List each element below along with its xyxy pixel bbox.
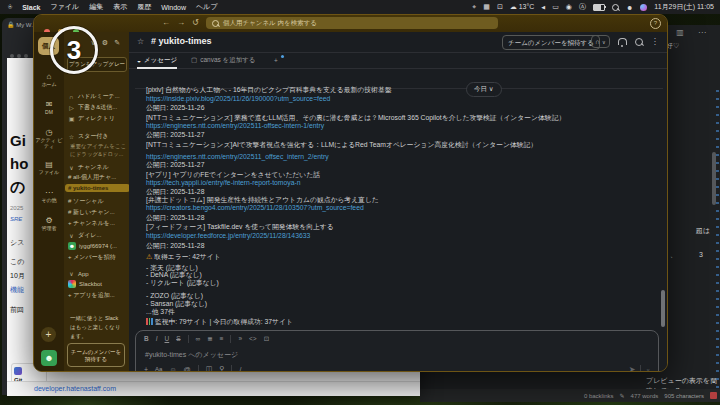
user-avatar[interactable]: ☻	[41, 350, 57, 366]
bold-icon[interactable]: B	[144, 335, 149, 343]
channel-name[interactable]: # yukito-times	[151, 36, 212, 46]
article-tag-link[interactable]: SRE	[10, 216, 22, 222]
history-nav[interactable]: ←→↺	[162, 18, 206, 27]
rail-item-admin[interactable]: ⚙管理者	[34, 216, 64, 231]
date-divider-pill[interactable]: 今日 ∨	[466, 82, 502, 97]
channels-section-header[interactable]: ∨チャンネル	[68, 163, 128, 172]
message-link[interactable]: https://engineers.ntt.com/entry/202511-o…	[146, 122, 324, 129]
screen-record-icon[interactable]: ◉	[566, 3, 572, 11]
video-icon[interactable]: ◫	[206, 365, 213, 372]
stage-manager-icon[interactable]: ⊡	[497, 3, 503, 11]
apple-menu-icon[interactable]: ⍟	[8, 3, 12, 11]
obsidian-corner-icon[interactable]	[710, 392, 717, 399]
siri-icon[interactable]	[640, 4, 647, 11]
article-link[interactable]: 機能	[10, 285, 24, 295]
sidebar-channel[interactable]: # 新しいチャン...	[68, 208, 128, 217]
kebab-menu-icon[interactable]: ⋮	[651, 37, 659, 46]
sidebar-channel[interactable]: # all-個人用チャ...	[68, 173, 128, 182]
format-icon[interactable]: Aa	[155, 366, 162, 372]
ordered-list-icon[interactable]: ≣	[207, 335, 212, 343]
sidebar-item-starred[interactable]: ☆スター付き	[68, 132, 128, 141]
input-source-icon[interactable]: Ⓐ	[579, 2, 586, 12]
send-button[interactable]: ➤	[629, 365, 636, 372]
menu-window[interactable]: Window	[161, 4, 186, 11]
add-channel-button[interactable]: + チャンネルを...	[68, 219, 128, 228]
menu-bar-clock[interactable]: 11月29日(土) 11:05	[654, 2, 714, 12]
rail-item-home[interactable]: ⌂ホーム	[34, 72, 64, 87]
rail-item-dm[interactable]: ✉DM	[34, 100, 64, 115]
compose-icon[interactable]: ✎	[114, 39, 126, 46]
star-icon[interactable]: ☆	[137, 37, 144, 46]
invite-team-button[interactable]: チームのメンバーを 招待する	[67, 343, 125, 367]
blockquote-icon[interactable]: »	[238, 335, 242, 343]
emoji-icon[interactable]: ☺	[169, 366, 176, 373]
search-input[interactable]: 個人用チャンネル 内を検索する	[206, 17, 498, 29]
menu-help[interactable]: ヘルプ	[196, 2, 218, 12]
message-input[interactable]: #yukito-times へのメッセージ	[145, 350, 238, 360]
add-app-button[interactable]: + アプリを追加...	[68, 291, 128, 300]
weather-widget[interactable]: ☁ 13°C	[510, 3, 535, 11]
gear-icon[interactable]: ⚙	[102, 39, 114, 46]
sidebar-channel[interactable]: # ソーシャル	[68, 197, 128, 206]
menu-view[interactable]: 表示	[113, 2, 127, 12]
message-scrollbar[interactable]	[661, 290, 665, 327]
menu-history[interactable]: 履歴	[137, 2, 151, 12]
formatting-toolbar: B I U S ∞ ≣ ≡ » <> ⊡	[144, 335, 269, 343]
edit-mode-icon[interactable]: ✎	[620, 392, 625, 399]
battery-icon[interactable]	[593, 4, 605, 11]
rail-item-more[interactable]: ⋯その他	[34, 188, 64, 203]
mic-icon[interactable]: ⚲	[219, 365, 224, 372]
tab-messages[interactable]: ◒メッセージ	[137, 53, 177, 69]
message-composer[interactable]: B I U S ∞ ≣ ≡ » <> ⊡ #yukito-times へのメッセ…	[135, 330, 659, 372]
code-block-icon[interactable]: ⊡	[264, 335, 269, 343]
sidebar-item-huddles[interactable]: ∩ハドルミーテ...	[68, 92, 128, 101]
italic-icon[interactable]: I	[156, 335, 158, 343]
search-icon[interactable]	[635, 38, 643, 46]
underline-icon[interactable]: U	[165, 335, 170, 343]
mention-icon[interactable]: @	[184, 366, 191, 373]
strikethrough-icon[interactable]: S	[176, 335, 180, 343]
message-link[interactable]: https://engineers.ntt.com/entry/202511_o…	[146, 153, 329, 160]
code-icon[interactable]: <>	[249, 335, 257, 343]
message-link[interactable]: https://tech.yappli.io/entry/fe-intern-r…	[146, 179, 301, 186]
dm-section-header[interactable]: ∨ダイレ...	[68, 231, 128, 240]
menu-app[interactable]: Slack	[22, 4, 40, 11]
huddle-button[interactable]: ∩∨	[591, 35, 610, 48]
rail-item-files[interactable]: ▤ファイル	[34, 160, 64, 175]
display-icon[interactable]: ▭	[552, 3, 559, 11]
menu-file[interactable]: ファイル	[51, 2, 80, 12]
slack-titlebar[interactable]: ←→↺ 個人用チャンネル 内を検索する ?	[34, 15, 667, 32]
tab-add-canvas[interactable]: ▢canvas を追加する	[191, 53, 256, 67]
window-manager-icon[interactable]: ▦	[483, 3, 490, 11]
obsidian-pane-icons[interactable]: ▥ ⋯	[676, 28, 712, 37]
channel-pane: ☆ # yukito-times チームのメンバーを招待する ∩∨ ⋮ ◒メッセ…	[129, 32, 668, 372]
sidebar-item-directory[interactable]: ▣ディレクトリ	[68, 114, 128, 123]
bell-icon[interactable]	[618, 38, 627, 45]
add-workspace-button[interactable]: +	[41, 327, 56, 342]
attach-icon[interactable]: +	[144, 366, 148, 373]
bullet-list-icon[interactable]: ≡	[220, 335, 224, 343]
link-icon[interactable]: ∞	[196, 335, 201, 343]
invite-team-button[interactable]: チームのメンバーを招待する	[502, 35, 600, 50]
sidebar-item-drafts[interactable]: ▷下書き&送信...	[68, 103, 128, 112]
pointer-icon[interactable]: ⌖	[472, 3, 476, 11]
menu-edit[interactable]: 編集	[89, 2, 103, 12]
tab-add[interactable]: +	[274, 53, 278, 67]
message-link[interactable]: https://creators.bengo4.com/entry/2025/1…	[146, 204, 364, 211]
app-item-slackbot[interactable]: Slackbot	[68, 280, 128, 288]
invite-member-button[interactable]: + メンバーを招待	[68, 253, 128, 262]
spotlight-icon[interactable]	[612, 4, 619, 11]
sidebar-channel-selected[interactable]: # yukito-times	[65, 184, 130, 192]
dm-user-avatar: ☻	[68, 242, 76, 250]
send-options-chevron[interactable]: ∨	[646, 365, 650, 372]
dm-user-item[interactable]: ☻iyggf66974 (...	[68, 242, 128, 250]
browser-tab[interactable]: 🔒 My W...	[7, 21, 36, 28]
help-icon[interactable]: ?	[650, 18, 661, 29]
rail-item-activity[interactable]: ◷アクティ ビティ	[34, 128, 64, 149]
volume-icon[interactable]: ◀	[541, 4, 545, 10]
user-switch-icon[interactable]: ☻	[626, 4, 633, 11]
slash-command-icon[interactable]: /	[239, 366, 241, 373]
message-link[interactable]: https://inside.pixiv.blog/2025/11/26/190…	[146, 95, 330, 102]
apps-section-header[interactable]: ∨App	[68, 270, 128, 277]
message-link[interactable]: https://developer.feedforce.jp/entry/202…	[146, 232, 310, 239]
